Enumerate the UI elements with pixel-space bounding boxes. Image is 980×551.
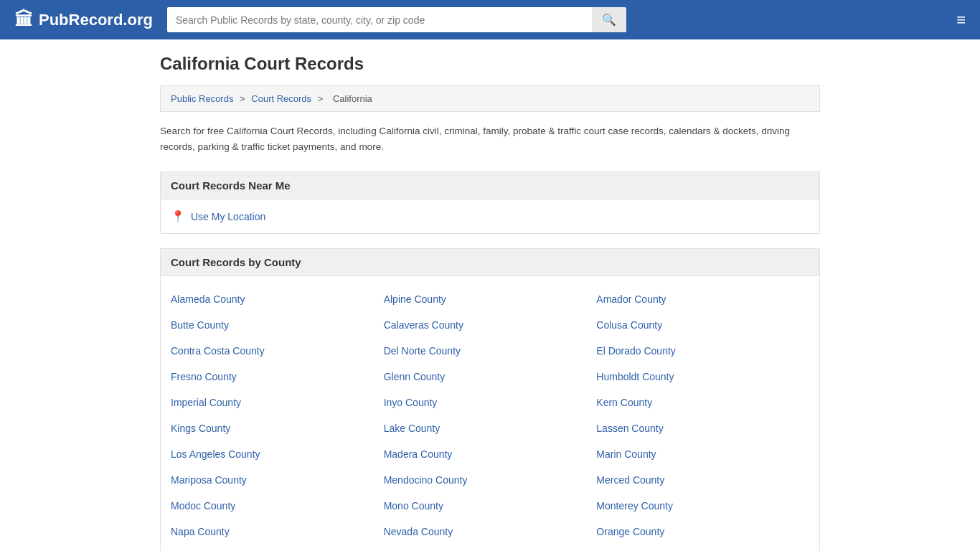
use-location-link[interactable]: 📍 Use My Location: [171, 209, 809, 223]
county-link[interactable]: Inyo County: [384, 397, 438, 408]
county-link[interactable]: Mariposa County: [171, 474, 247, 486]
county-link[interactable]: Kern County: [596, 397, 652, 408]
search-icon: 🔍: [602, 14, 616, 26]
county-link[interactable]: Marin County: [596, 448, 656, 460]
breadcrumb-public-records[interactable]: Public Records: [171, 93, 233, 104]
list-item: Placer County: [171, 545, 384, 551]
menu-icon: ≡: [956, 11, 966, 29]
county-section: Court Records by County Alameda CountyAl…: [160, 248, 820, 551]
county-link[interactable]: Del Norte County: [384, 345, 461, 357]
search-area: 🔍: [167, 7, 626, 32]
county-link[interactable]: Glenn County: [384, 371, 446, 382]
list-item: Los Angeles County: [171, 441, 384, 467]
county-grid: Alameda CountyAlpine CountyAmador County…: [171, 286, 809, 551]
breadcrumb-court-records[interactable]: Court Records: [251, 93, 311, 104]
county-link[interactable]: Modoc County: [171, 500, 235, 512]
list-item: Merced County: [596, 467, 809, 493]
county-link[interactable]: Lassen County: [596, 423, 663, 434]
list-item: Mono County: [384, 493, 597, 519]
list-item: Mendocino County: [384, 467, 597, 493]
county-link[interactable]: Lake County: [384, 423, 440, 434]
search-input[interactable]: [167, 7, 592, 32]
list-item: Plumas County: [384, 545, 597, 551]
list-item: Kings County: [171, 415, 384, 441]
list-item: Riverside County: [596, 545, 809, 551]
county-link[interactable]: Los Angeles County: [171, 448, 260, 460]
list-item: Nevada County: [384, 519, 597, 545]
county-link[interactable]: Merced County: [596, 474, 664, 486]
county-link[interactable]: Amador County: [596, 293, 666, 305]
search-button[interactable]: 🔍: [592, 7, 626, 32]
county-link[interactable]: Mono County: [384, 500, 443, 512]
county-link[interactable]: Contra Costa County: [171, 345, 265, 357]
menu-button[interactable]: ≡: [956, 11, 966, 29]
breadcrumb-separator-2: >: [318, 93, 324, 104]
county-link[interactable]: Fresno County: [171, 371, 237, 382]
list-item: Glenn County: [384, 364, 597, 390]
breadcrumb-california: California: [333, 93, 372, 104]
list-item: Butte County: [171, 312, 384, 338]
county-link[interactable]: Humboldt County: [596, 371, 674, 382]
list-item: Fresno County: [171, 364, 384, 390]
list-item: Madera County: [384, 441, 597, 467]
list-item: Imperial County: [171, 390, 384, 415]
use-location-label: Use My Location: [191, 211, 265, 222]
county-link[interactable]: Colusa County: [596, 319, 662, 331]
logo-icon: 🏛: [14, 9, 33, 31]
county-link[interactable]: Kings County: [171, 423, 230, 434]
list-item: El Dorado County: [596, 338, 809, 364]
county-link[interactable]: El Dorado County: [596, 345, 676, 357]
page-description: Search for free California Court Records…: [160, 123, 820, 154]
near-me-section: Court Records Near Me 📍 Use My Location: [160, 171, 820, 234]
list-item: Alameda County: [171, 286, 384, 312]
list-item: Colusa County: [596, 312, 809, 338]
county-section-body: Alameda CountyAlpine CountyAmador County…: [160, 276, 820, 551]
county-link[interactable]: Nevada County: [384, 526, 453, 537]
list-item: Humboldt County: [596, 364, 809, 390]
logo-text: PubRecord.org: [39, 11, 153, 29]
county-link[interactable]: Mendocino County: [384, 474, 468, 486]
list-item: Alpine County: [384, 286, 597, 312]
list-item: Monterey County: [596, 493, 809, 519]
list-item: Calaveras County: [384, 312, 597, 338]
list-item: Del Norte County: [384, 338, 597, 364]
list-item: Orange County: [596, 519, 809, 545]
county-link[interactable]: Monterey County: [596, 500, 673, 512]
list-item: Kern County: [596, 390, 809, 415]
near-me-body: 📍 Use My Location: [160, 199, 820, 234]
county-link[interactable]: Orange County: [596, 526, 664, 537]
logo-link[interactable]: 🏛 PubRecord.org: [14, 9, 153, 31]
list-item: Mariposa County: [171, 467, 384, 493]
county-section-header: Court Records by County: [160, 248, 820, 276]
county-link[interactable]: Madera County: [384, 448, 453, 460]
county-link[interactable]: Napa County: [171, 526, 230, 537]
list-item: Amador County: [596, 286, 809, 312]
county-link[interactable]: Calaveras County: [384, 319, 463, 331]
main-content: California Court Records Public Records …: [146, 39, 834, 551]
county-link[interactable]: Alpine County: [384, 293, 446, 305]
list-item: Lake County: [384, 415, 597, 441]
page-title: California Court Records: [160, 54, 820, 74]
list-item: Modoc County: [171, 493, 384, 519]
breadcrumb: Public Records > Court Records > Califor…: [160, 85, 820, 112]
list-item: Marin County: [596, 441, 809, 467]
near-me-header: Court Records Near Me: [160, 171, 820, 199]
county-link[interactable]: Imperial County: [171, 397, 241, 408]
list-item: Lassen County: [596, 415, 809, 441]
county-link[interactable]: Alameda County: [171, 293, 245, 305]
list-item: Napa County: [171, 519, 384, 545]
list-item: Contra Costa County: [171, 338, 384, 364]
header: 🏛 PubRecord.org 🔍 ≡: [0, 0, 980, 39]
list-item: Inyo County: [384, 390, 597, 415]
breadcrumb-separator-1: >: [240, 93, 245, 104]
county-link[interactable]: Butte County: [171, 319, 229, 331]
location-icon: 📍: [171, 209, 185, 223]
